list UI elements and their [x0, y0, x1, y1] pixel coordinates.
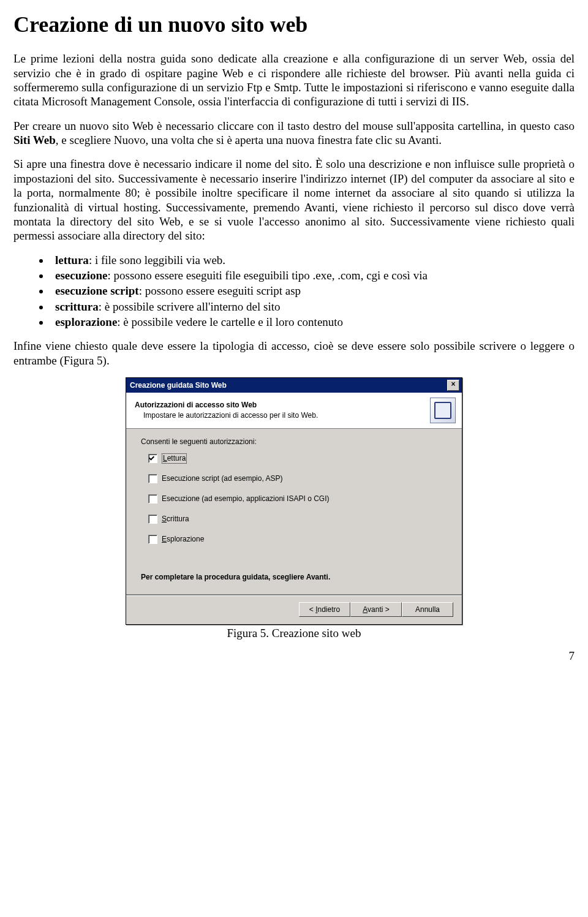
desc: : possono essere eseguiti script asp — [139, 284, 301, 297]
list-item: esecuzione script: possono essere esegui… — [50, 284, 575, 298]
term: scrittura — [55, 300, 99, 313]
checkbox-icon[interactable] — [148, 454, 157, 463]
checkbox-label: Scrittura — [162, 515, 189, 524]
paragraph-3: Si apre una finestra dove è necessario i… — [13, 157, 575, 243]
checkbox-esplorazione[interactable]: Esplorazione — [148, 535, 447, 545]
paragraph-1: Le prime lezioni della nostra guida sono… — [13, 51, 575, 108]
text: Per creare un nuovo sito Web è necessari… — [13, 119, 575, 132]
list-item: scrittura: è possibile scrivere all'inte… — [50, 300, 575, 314]
bold-text: Siti Web — [13, 134, 56, 146]
term: esplorazione — [55, 315, 117, 328]
term: esecuzione — [55, 269, 107, 282]
checkbox-scrittura[interactable]: Scrittura — [148, 515, 447, 524]
titlebar-text: Creazione guidata Sito Web — [130, 381, 227, 390]
next-button[interactable]: Avanti > — [350, 602, 402, 617]
list-item: lettura: i file sono leggibili via web. — [50, 253, 575, 267]
desc: : è possibile scrivere all'interno del s… — [99, 300, 281, 313]
list-item: esecuzione: possono essere eseguiti file… — [50, 268, 575, 282]
wizard-icon — [430, 398, 456, 423]
permissions-list: lettura: i file sono leggibili via web. … — [13, 253, 575, 330]
close-icon[interactable]: × — [447, 380, 459, 391]
paragraph-4: Infine viene chiesto quale deve essere l… — [13, 339, 575, 368]
term: lettura — [55, 254, 89, 266]
text: , e scegliere Nuovo, una volta che si è … — [56, 134, 442, 146]
checkbox-label: Lettura — [162, 453, 187, 464]
button-row: < Indietro Avanti > Annulla — [126, 596, 462, 624]
paragraph-2: Per creare un nuovo sito Web è necessari… — [13, 119, 575, 148]
desc: : è possibile vedere le cartelle e il lo… — [117, 315, 343, 328]
back-button[interactable]: < Indietro — [299, 602, 350, 617]
page-title: Creazione di un nuovo sito web — [13, 11, 575, 38]
desc: : i file sono leggibili via web. — [89, 254, 225, 266]
header-subtitle: Impostare le autorizzazioni di accesso p… — [143, 411, 318, 420]
figure-caption: Figura 5. Creazione sito web — [13, 626, 575, 640]
checkbox-icon[interactable] — [148, 515, 157, 524]
checkbox-esecuzione[interactable]: Esecuzione (ad esempio, applicazioni ISA… — [148, 494, 447, 504]
checkbox-icon[interactable] — [148, 474, 157, 483]
body-label: Consenti le seguenti autorizzazioni: — [141, 437, 447, 447]
cancel-button[interactable]: Annulla — [402, 602, 453, 617]
body-panel: Consenti le seguenti autorizzazioni: Let… — [126, 429, 462, 594]
page-number: 7 — [13, 649, 575, 663]
list-item: esplorazione: è possibile vedere le cart… — [50, 315, 575, 329]
header-title: Autorizzazioni di accesso sito Web — [135, 401, 318, 410]
header-panel: Autorizzazioni di accesso sito Web Impos… — [126, 393, 462, 429]
term: esecuzione script — [55, 284, 139, 297]
checkbox-label: Esecuzione script (ad esempio, ASP) — [162, 474, 282, 483]
checkbox-label: Esplorazione — [162, 535, 204, 544]
checkbox-esecuzione-script[interactable]: Esecuzione script (ad esempio, ASP) — [148, 474, 447, 484]
checkbox-label: Esecuzione (ad esempio, applicazioni ISA… — [162, 494, 329, 504]
checkbox-icon[interactable] — [148, 535, 157, 544]
wizard-dialog: Creazione guidata Sito Web × Autorizzazi… — [126, 377, 462, 625]
figure-5: Creazione guidata Sito Web × Autorizzazi… — [13, 377, 575, 640]
desc: : possono essere eseguiti file eseguibil… — [107, 269, 427, 282]
titlebar[interactable]: Creazione guidata Sito Web × — [126, 378, 462, 393]
checkbox-icon[interactable] — [148, 494, 157, 504]
complete-instruction: Per completare la procedura guidata, sce… — [141, 573, 447, 582]
checkbox-lettura[interactable]: Lettura — [148, 454, 447, 464]
